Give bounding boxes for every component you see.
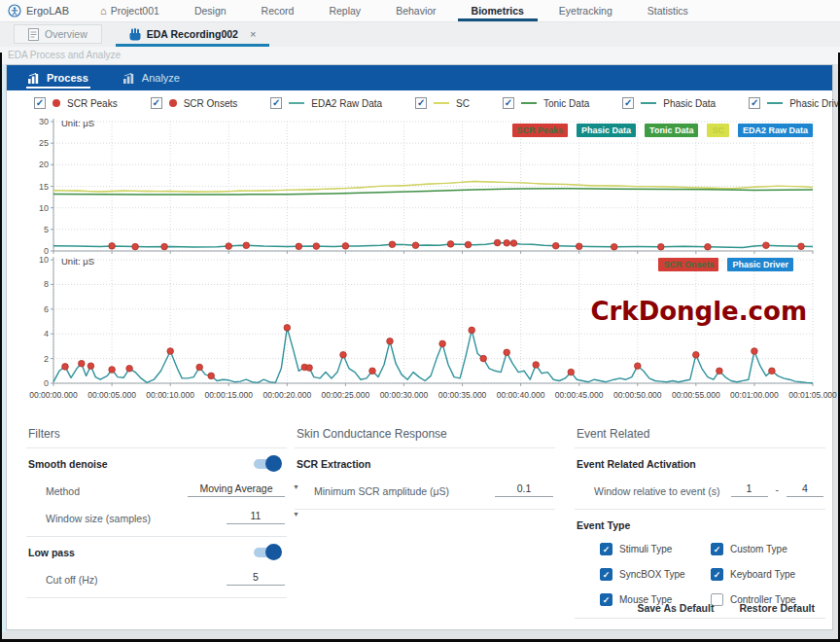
- nav-item-behavior[interactable]: Behavior: [378, 0, 453, 21]
- time-tick-label: 00:00:20.000: [262, 390, 311, 400]
- doc-tab-overview[interactable]: Overview: [14, 24, 102, 44]
- settings-area: Filters Smooth denoise Method Moving Ave…: [7, 421, 832, 596]
- eda-overview-chart: Unit: μS SCR PeaksPhasic DataTonic DataS…: [18, 116, 821, 254]
- bar-chart-icon: [28, 73, 41, 84]
- svg-text:10: 10: [39, 255, 49, 265]
- series-toggle-label: SC: [456, 98, 470, 109]
- cutoff-value: 5: [253, 571, 259, 583]
- series-toggle-sc[interactable]: ✓SC: [415, 97, 470, 109]
- marker-scr-peaks: [313, 243, 320, 250]
- series-toggle-phasic-data[interactable]: ✓Phasic Data: [622, 97, 716, 109]
- event-type-label: SyncBOX Type: [619, 569, 685, 580]
- low-pass-toggle[interactable]: [254, 548, 279, 557]
- brand-label: ErgoLAB: [26, 5, 69, 17]
- event-type-label: Event Type: [577, 519, 630, 531]
- window-size-value: 11: [251, 510, 262, 521]
- marker-scr-onsets: [693, 352, 700, 359]
- marker-scr-onsets: [79, 360, 86, 367]
- doc-tab-eda-recording002[interactable]: EDA Recording002×: [116, 21, 270, 47]
- nav-item-record[interactable]: Record: [244, 0, 312, 21]
- event-type-custom-type[interactable]: ✓Custom Type: [711, 543, 825, 555]
- checked-checkbox-icon[interactable]: ✓: [749, 97, 760, 109]
- marker-scr-peaks: [226, 243, 232, 250]
- line-marker-icon: [289, 102, 304, 104]
- filters-title: Filters: [26, 421, 287, 448]
- marker-scr-peaks: [412, 242, 419, 249]
- checked-checkbox-icon[interactable]: ✓: [600, 568, 612, 581]
- marker-scr-peaks: [465, 241, 472, 248]
- marker-scr-onsets: [284, 325, 291, 332]
- tab-process[interactable]: Process: [15, 65, 102, 90]
- series-toggle-eda2-raw-data[interactable]: ✓EDA2 Raw Data: [270, 97, 382, 109]
- event-type-syncbox-type[interactable]: ✓SyncBOX Type: [600, 568, 693, 581]
- marker-scr-onsets: [469, 327, 475, 334]
- marker-scr-peaks: [447, 241, 454, 248]
- window-to-input[interactable]: 4: [787, 482, 823, 497]
- series-toggle-scr-onsets[interactable]: ✓SCR Onsets: [151, 97, 238, 109]
- checked-checkbox-icon[interactable]: ✓: [622, 97, 634, 109]
- nav-item-statistics[interactable]: Statistics: [630, 0, 706, 21]
- method-dropdown[interactable]: Moving Average ▼: [188, 482, 285, 497]
- smooth-denoise-toggle[interactable]: [254, 459, 279, 469]
- checked-checkbox-icon[interactable]: ✓: [270, 97, 282, 109]
- legend-badge-phasic-data: Phasic Data: [577, 124, 636, 137]
- method-label: Method: [46, 485, 80, 497]
- time-tick-label: 00:00:45.000: [555, 390, 604, 400]
- marker-scr-onsets: [62, 364, 69, 371]
- window-from-input[interactable]: 1: [731, 482, 768, 497]
- restore-default-button[interactable]: Restore Default: [739, 602, 815, 614]
- chart1-legend: SCR PeaksPhasic DataTonic DataSCEDA2 Raw…: [512, 124, 813, 137]
- checked-checkbox-icon[interactable]: ✓: [151, 97, 162, 109]
- nav-item-label: Eyetracking: [559, 5, 612, 17]
- checked-checkbox-icon[interactable]: ✓: [415, 97, 427, 109]
- marker-scr-onsets: [208, 373, 215, 379]
- checked-checkbox-icon[interactable]: ✓: [503, 97, 514, 109]
- marker-scr-onsets: [533, 362, 540, 369]
- time-tick-label: 00:00:35.000: [438, 390, 487, 400]
- marker-scr-peaks: [494, 239, 501, 246]
- home-icon: ⌂: [100, 6, 107, 17]
- checked-checkbox-icon[interactable]: ✓: [600, 543, 612, 555]
- marker-scr-peaks: [552, 242, 559, 249]
- ergolab-brand[interactable]: ErgoLAB: [0, 4, 83, 18]
- checked-checkbox-icon[interactable]: ✓: [711, 568, 723, 581]
- event-activation-label: Event Related Activation: [577, 458, 696, 470]
- doc-tab-label: EDA Recording002: [147, 28, 238, 40]
- low-pass-label: Low pass: [28, 547, 75, 558]
- unit-label: Unit: μS: [61, 118, 94, 128]
- checked-checkbox-icon[interactable]: ✓: [711, 543, 723, 555]
- min-amplitude-value: 0.1: [517, 482, 532, 494]
- close-icon[interactable]: ×: [250, 28, 256, 40]
- event-related-section: Event Related Event Related Activation W…: [575, 421, 825, 619]
- nav-item-biometrics[interactable]: Biometrics: [454, 0, 542, 21]
- min-amplitude-input[interactable]: 0.1: [495, 482, 553, 497]
- legend-badge-tonic-data: Tonic Data: [645, 124, 698, 137]
- tab-label: Process: [47, 72, 88, 84]
- event-type-keyboard-type[interactable]: ✓Keyboard Type: [711, 568, 825, 581]
- time-tick-label: 00:00:25.000: [322, 390, 370, 400]
- svg-text:2: 2: [44, 354, 49, 364]
- marker-scr-onsets: [635, 363, 642, 370]
- marker-scr-onsets: [387, 339, 394, 345]
- filters-section: Filters Smooth denoise Method Moving Ave…: [26, 421, 287, 598]
- checked-checkbox-icon[interactable]: ✓: [600, 593, 612, 606]
- series-toggle-phasic-driver[interactable]: ✓Phasic Driver: [749, 97, 840, 109]
- nav-item-project001[interactable]: ⌂Project001: [83, 0, 177, 21]
- tab-analyze[interactable]: Analyze: [110, 65, 193, 90]
- svg-text:15: 15: [39, 182, 49, 192]
- time-tick-label: 00:00:30.000: [380, 390, 429, 400]
- marker-scr-onsets: [109, 367, 116, 374]
- series-toggle-scr-peaks[interactable]: ✓SCR Peaks: [34, 97, 118, 109]
- chart2-legend: SCR OnsetsPhasic Driver: [658, 258, 793, 271]
- nav-item-eyetracking[interactable]: Eyetracking: [542, 0, 630, 21]
- nav-item-design[interactable]: Design: [177, 0, 244, 21]
- window-size-dropdown[interactable]: 11 ▼: [227, 510, 285, 524]
- event-type-stimuli-type[interactable]: ✓Stimuli Type: [600, 543, 693, 555]
- save-as-default-button[interactable]: Save As Default: [637, 602, 714, 614]
- series-toggle-tonic-data[interactable]: ✓Tonic Data: [503, 97, 589, 109]
- checked-checkbox-icon[interactable]: ✓: [34, 97, 46, 109]
- svg-text:20: 20: [39, 160, 49, 169]
- cutoff-input[interactable]: 5: [227, 571, 285, 586]
- nav-item-replay[interactable]: Replay: [311, 0, 378, 21]
- ergolab-logo-icon: [8, 4, 21, 18]
